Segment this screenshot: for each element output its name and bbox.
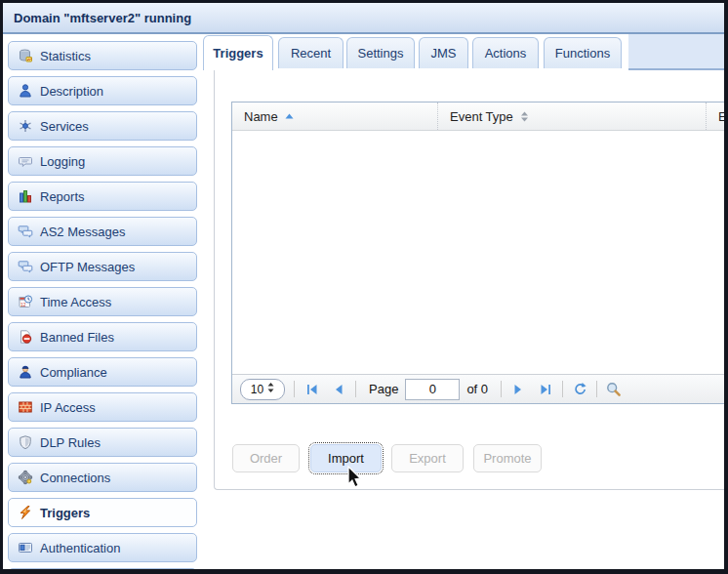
sidebar-item-label: AS2 Messages — [40, 225, 125, 239]
sidebar-item-as2-messages[interactable]: AS2 Messages — [8, 217, 197, 246]
app-window: Domain "mftserver2" running Statistics D… — [3, 3, 724, 569]
compliance-icon — [18, 364, 33, 380]
sidebar-item-label: Time Access — [40, 295, 111, 309]
tab-recent[interactable]: Recent — [278, 37, 344, 68]
column-header-enabled-truncated[interactable]: En — [706, 102, 724, 130]
description-icon — [18, 83, 33, 99]
domain-title: Domain "mftserver2" running — [14, 11, 191, 25]
tab-functions[interactable]: Functions — [544, 37, 622, 68]
sidebar-item-time-access[interactable]: 12 Time Access — [8, 287, 197, 316]
triggers-icon — [18, 505, 33, 520]
separator — [294, 381, 295, 397]
sidebar-item-label: Authentication — [40, 541, 120, 555]
sidebar-item-triggers[interactable]: Triggers — [8, 498, 197, 527]
prev-page-button[interactable] — [331, 382, 346, 397]
tab-label: Actions — [485, 46, 527, 61]
select-stepper-icon — [267, 382, 274, 396]
table-body-empty[interactable] — [232, 131, 724, 374]
dlp-rules-icon — [18, 434, 33, 450]
tab-strip-filler — [628, 34, 724, 70]
tab-settings[interactable]: Settings — [346, 37, 415, 68]
sidebar-item-authentication[interactable]: Authentication — [8, 533, 197, 562]
table-header-row: Name Event Type En — [232, 102, 724, 131]
sidebar-item-connections[interactable]: Connections — [8, 463, 197, 492]
tab-label: Recent — [291, 46, 331, 61]
page-size-select[interactable]: 10 — [240, 379, 285, 400]
sidebar-item-compliance[interactable]: Compliance — [8, 357, 197, 387]
tab-actions[interactable]: Actions — [472, 37, 539, 68]
triggers-table: Name Event Type En 10 — [231, 102, 724, 404]
separator — [562, 381, 563, 397]
sidebar-item-label: Description — [40, 84, 103, 99]
sidebar-item-label: Triggers — [40, 506, 90, 520]
tab-label: Functions — [555, 46, 610, 61]
sidebar-item-logging[interactable]: Logging — [8, 146, 197, 176]
separator — [501, 381, 502, 397]
connections-icon — [18, 470, 33, 485]
sidebar-item-label: Compliance — [40, 365, 107, 380]
sidebar-item-ip-access[interactable]: IP Access — [8, 392, 197, 422]
sidebar-item-statistics[interactable]: Statistics — [8, 41, 197, 70]
tab-label: Settings — [358, 46, 404, 61]
sidebar-item-label: Services — [40, 119, 89, 134]
tab-jms[interactable]: JMS — [419, 37, 468, 68]
pagination-bar: 10 Page of 0 — [232, 374, 724, 403]
separator — [355, 381, 356, 397]
authentication-icon — [18, 540, 33, 555]
first-page-button[interactable] — [303, 382, 319, 397]
promote-button: Promote — [473, 444, 542, 472]
page-number-input[interactable] — [405, 379, 460, 400]
export-button: Export — [391, 444, 464, 472]
sidebar-item-banned-files[interactable]: Banned Files — [8, 322, 197, 351]
page-count-label: of 0 — [466, 382, 488, 396]
sidebar-item-label: DLP Rules — [40, 435, 101, 450]
sidebar-item-reports[interactable]: Reports — [8, 182, 197, 211]
sort-asc-icon — [285, 113, 294, 119]
svg-text:12: 12 — [20, 302, 26, 308]
reports-icon — [18, 188, 33, 204]
sidebar-item-dlp-rules[interactable]: DLP Rules — [8, 428, 197, 457]
page-label: Page — [369, 382, 398, 396]
messages-icon — [18, 259, 33, 274]
domain-header-bar: Domain "mftserver2" running — [3, 3, 724, 34]
sidebar-item-label: Banned Files — [40, 330, 114, 345]
search-icon[interactable] — [606, 382, 622, 397]
sidebar-item-description[interactable]: Description — [8, 76, 197, 105]
tab-label: Triggers — [213, 46, 263, 61]
tab-label: JMS — [431, 46, 457, 61]
sidebar-item-label: Connections — [40, 471, 110, 485]
messages-icon — [18, 224, 33, 239]
sidebar-item-services[interactable]: Services — [8, 111, 197, 141]
sidebar-item-oftp-messages[interactable]: OFTP Messages — [8, 252, 197, 281]
banned-files-icon — [18, 329, 33, 345]
services-icon — [18, 118, 33, 134]
import-button[interactable]: Import — [310, 444, 382, 472]
ip-access-icon — [18, 399, 33, 415]
sidebar-item-label: IP Access — [40, 400, 96, 415]
last-page-button[interactable] — [538, 382, 553, 397]
sidebar-item-label: Logging — [40, 154, 85, 169]
sidebar-item-label: Statistics — [40, 49, 91, 63]
refresh-icon[interactable] — [572, 382, 587, 397]
separator — [596, 381, 597, 397]
sidebar-item-label: Reports — [40, 189, 85, 204]
logging-icon — [18, 153, 33, 169]
screenshot-frame: Domain "mftserver2" running Statistics D… — [0, 0, 728, 574]
column-header-event-type[interactable]: Event Type — [437, 102, 706, 130]
sidebar-item-label: OFTP Messages — [40, 260, 135, 274]
next-page-button[interactable] — [510, 382, 526, 397]
statistics-icon — [18, 48, 33, 63]
column-header-name[interactable]: Name — [232, 102, 437, 130]
sidebar-item-partial[interactable] — [8, 568, 197, 569]
time-access-icon: 12 — [18, 294, 33, 309]
tab-triggers[interactable]: Triggers — [203, 35, 273, 70]
order-button: Order — [232, 444, 300, 472]
sort-both-icon — [520, 111, 529, 122]
